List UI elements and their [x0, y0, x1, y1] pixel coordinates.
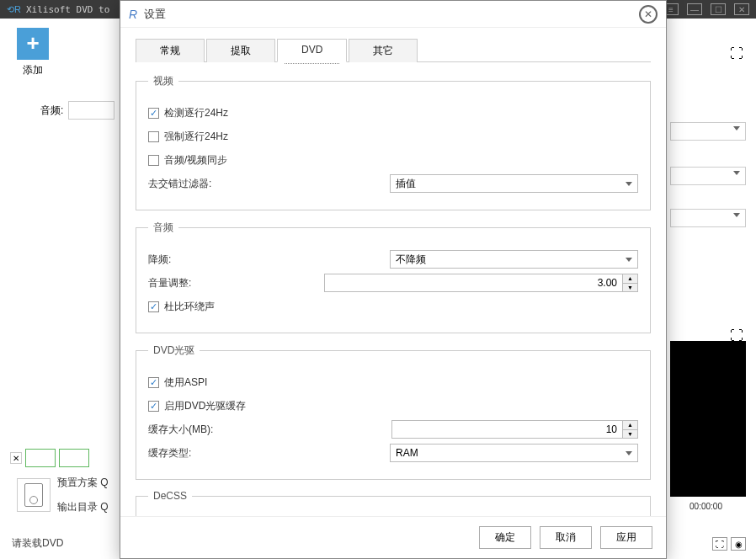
deinterlace-label: 去交错过滤器:: [148, 177, 258, 191]
spin-down-icon[interactable]: ▼: [623, 284, 637, 292]
chevron-down-icon: [626, 451, 632, 455]
app-title: Xilisoft DVD to: [26, 4, 109, 15]
chevron-down-icon: [626, 258, 632, 262]
cancel-button[interactable]: 取消: [540, 526, 592, 549]
decss-legend: DeCSS: [148, 490, 192, 502]
close-icon[interactable]: ✕: [734, 3, 749, 15]
checkbox-icon: [148, 401, 159, 412]
fullscreen-small-icon[interactable]: ⛶: [712, 537, 727, 551]
dialog-footer: 确定 取消 应用: [120, 516, 666, 558]
audio-row: 音频:: [40, 101, 114, 120]
dialog-close-button[interactable]: ✕: [639, 5, 658, 24]
av-sync-checkbox[interactable]: 音频/视频同步: [148, 153, 227, 168]
downmix-select[interactable]: 不降频: [390, 250, 638, 269]
checkbox-icon: [148, 301, 159, 312]
chevron-down-icon: [626, 182, 632, 186]
audio-group: 音频 降频: 不降频 音量调整: ▲▼ 杜比环绕声: [136, 221, 651, 333]
add-label: 添加: [23, 63, 43, 77]
dvd-drive-group: DVD光驱 使用ASPI 启用DVD光驱缓存 缓存大小(MB): ▲▼ 缓存类型…: [136, 343, 651, 480]
volume-spinner[interactable]: ▲▼: [623, 274, 638, 292]
deinterlace-select[interactable]: 插值: [390, 174, 638, 193]
dvd-drive-legend: DVD光驱: [148, 343, 200, 358]
app-logo-icon: ⟲R: [7, 4, 21, 15]
settings-dialog: R 设置 ✕ 常规 提取 DVD 其它 视频 检测逐行24Hz 强制逐行24Hz…: [120, 0, 667, 559]
dolby-checkbox[interactable]: 杜比环绕声: [148, 300, 215, 314]
checkbox-icon: [148, 377, 159, 388]
tab-general[interactable]: 常规: [136, 39, 205, 62]
cache-type-label: 缓存类型:: [148, 446, 258, 461]
volume-label: 音量调整:: [148, 276, 258, 290]
checkbox-icon: [148, 108, 159, 119]
preview-pane: [670, 341, 746, 497]
downmix-label: 降频:: [148, 253, 258, 267]
video-legend: 视频: [148, 74, 178, 88]
dialog-body: 常规 提取 DVD 其它 视频 检测逐行24Hz 强制逐行24Hz 音频/视频同…: [120, 28, 666, 516]
preview-time: 00:00:00: [689, 502, 722, 511]
volume-input[interactable]: [324, 274, 623, 292]
add-button[interactable]: + 添加: [17, 28, 49, 77]
cache-size-spinner[interactable]: ▲▼: [623, 420, 638, 439]
spin-up-icon[interactable]: ▲: [623, 421, 637, 430]
preset-section: 预置方案 Q 输出目录 Q: [17, 476, 109, 514]
thumb-close-icon[interactable]: ✕: [10, 452, 22, 464]
dvd-panel: 视频 检测逐行24Hz 强制逐行24Hz 音频/视频同步 去交错过滤器: 插值 …: [136, 74, 651, 516]
spin-down-icon[interactable]: ▼: [623, 430, 637, 439]
detect-progressive-checkbox[interactable]: 检测逐行24Hz: [148, 106, 228, 120]
dialog-logo-icon: R: [129, 8, 137, 21]
window-controls: ≡ — ☐ ✕: [663, 3, 749, 15]
thumbnail-bar: ✕: [10, 449, 89, 467]
thumbnail-1[interactable]: [25, 449, 56, 467]
force-progressive-checkbox[interactable]: 强制逐行24Hz: [148, 130, 228, 144]
maximize-icon[interactable]: ☐: [711, 3, 726, 15]
checkbox-icon: [148, 131, 159, 142]
aspi-checkbox[interactable]: 使用ASPI: [148, 375, 207, 390]
right-dropdown-1[interactable]: [670, 122, 746, 141]
output-label: 输出目录 Q: [57, 500, 109, 514]
ipod-device-icon[interactable]: [17, 478, 51, 512]
fullscreen-icon[interactable]: ⛶: [730, 46, 743, 61]
right-dropdown-2[interactable]: [670, 167, 746, 185]
plus-icon: +: [17, 28, 49, 60]
cache-size-input[interactable]: [391, 420, 623, 439]
cache-type-select[interactable]: RAM: [390, 444, 638, 462]
spin-up-icon[interactable]: ▲: [623, 274, 637, 284]
drive-cache-checkbox[interactable]: 启用DVD光驱缓存: [148, 399, 246, 413]
ok-button[interactable]: 确定: [479, 526, 531, 549]
dialog-titlebar: R 设置 ✕: [120, 1, 666, 28]
dialog-tabs: 常规 提取 DVD 其它: [136, 38, 651, 62]
tab-other[interactable]: 其它: [349, 39, 418, 62]
preset-label: 预置方案 Q: [57, 476, 109, 490]
audio-legend: 音频: [148, 221, 178, 235]
dialog-title: 设置: [144, 7, 166, 22]
cache-size-label: 缓存大小(MB):: [148, 423, 258, 437]
checkbox-icon: [148, 155, 159, 166]
decss-group: DeCSS DeMacroVision 密码搜索: 一次: [136, 490, 651, 516]
preview-controls: ⛶ ◉: [712, 537, 746, 551]
audio-input[interactable]: [68, 101, 114, 120]
tab-rip[interactable]: 提取: [206, 39, 275, 62]
camera-icon[interactable]: ◉: [731, 537, 746, 551]
tab-dvd[interactable]: DVD: [277, 39, 347, 62]
right-dropdown-3[interactable]: [670, 209, 746, 227]
status-text: 请装载DVD: [12, 536, 63, 551]
audio-label: 音频:: [40, 104, 63, 118]
thumbnail-2[interactable]: [59, 449, 89, 467]
video-group: 视频 检测逐行24Hz 强制逐行24Hz 音频/视频同步 去交错过滤器: 插值: [136, 74, 651, 210]
minimize-icon[interactable]: —: [687, 3, 702, 15]
apply-button[interactable]: 应用: [600, 526, 652, 549]
